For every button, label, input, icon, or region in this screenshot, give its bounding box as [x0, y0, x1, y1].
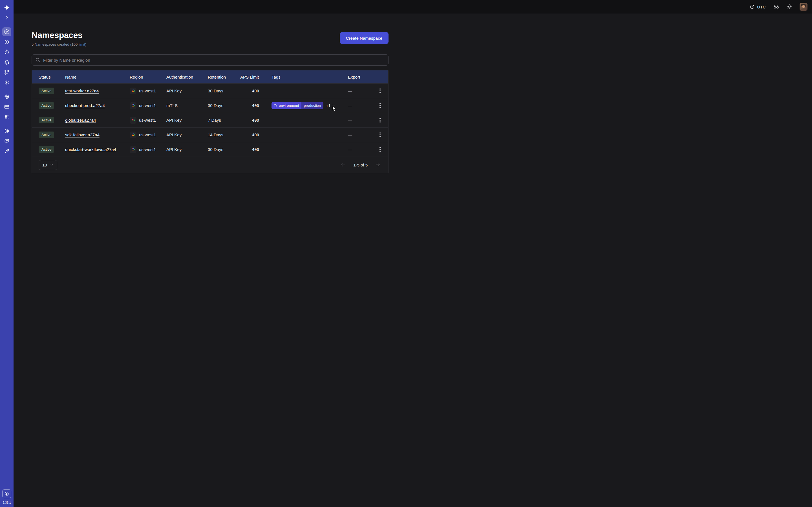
table-footer: 10 1-5 of 5 — [32, 157, 388, 173]
col-header-status: Status — [39, 75, 65, 79]
tag-key: environment — [279, 103, 299, 108]
row-actions-menu-button[interactable] — [376, 102, 384, 110]
sidebar-item-settings[interactable] — [2, 112, 11, 121]
auth-label: API Key — [166, 89, 208, 93]
col-header-region: Region — [130, 75, 166, 79]
filter-input[interactable] — [43, 58, 385, 62]
tags-overflow-toggle[interactable]: +1 — [326, 103, 336, 108]
prev-page-button[interactable] — [341, 162, 346, 168]
row-actions-menu-button[interactable] — [376, 146, 384, 154]
timer-icon — [4, 49, 10, 55]
namespaces-table: Status Name Region Authentication Retent… — [32, 70, 389, 173]
asterisk-icon — [4, 80, 10, 86]
sidebar-item-namespaces[interactable] — [2, 27, 11, 36]
region-label: us-west1 — [139, 132, 156, 137]
arrow-right-icon — [375, 162, 380, 168]
sidebar-item-docs[interactable] — [2, 136, 11, 146]
search-icon — [36, 58, 40, 62]
aps-limit-value: 400 — [240, 147, 271, 152]
status-badge: Active — [39, 102, 54, 109]
retention-label: 30 Days — [208, 89, 240, 93]
filter-bar — [32, 54, 389, 66]
status-badge: Active — [39, 146, 54, 153]
export-value: — — [348, 103, 376, 108]
table-row[interactable]: Active quickstart-workflows.a27a4 us-wes… — [32, 142, 388, 157]
gcp-icon — [130, 146, 137, 153]
topbar: UTC — [13, 0, 406, 13]
table-row[interactable]: Active sdk-failover.a27a4 us-west1 API K… — [32, 127, 388, 142]
gear-icon — [4, 114, 10, 120]
gcp-icon — [130, 102, 137, 109]
rocket-icon — [4, 149, 10, 154]
namespace-link[interactable]: checkout-prod.a27a4 — [65, 103, 105, 108]
target-icon — [4, 39, 10, 45]
namespace-link[interactable]: test-worker.a27a4 — [65, 89, 99, 93]
status-badge: Active — [39, 131, 54, 138]
page-size-value: 10 — [42, 163, 47, 167]
region-label: us-west1 — [139, 103, 156, 108]
tag-icon — [274, 104, 277, 107]
sidebar-item-schedules[interactable] — [2, 48, 11, 57]
tags-cell: environment production +1 — [271, 102, 348, 109]
status-badge: Active — [39, 88, 54, 94]
table-row[interactable]: Active globalizer.a27a4 us-west1 API Key… — [32, 113, 388, 127]
col-header-aps-limit: APS Limit — [240, 75, 271, 79]
sidebar-item-nexus[interactable] — [2, 78, 11, 87]
tag-value: production — [301, 102, 324, 109]
lifebuoy-icon — [4, 128, 10, 134]
region-label: us-west1 — [139, 118, 156, 122]
aps-limit-value: 400 — [240, 89, 271, 93]
retention-label: 14 Days — [208, 132, 240, 137]
table-row[interactable]: Active checkout-prod.a27a4 us-west1 mTLS… — [32, 98, 388, 113]
page-size-select[interactable]: 10 — [39, 160, 57, 170]
chevron-down-icon — [332, 103, 336, 108]
region-label: us-west1 — [139, 89, 156, 93]
sidebar-item-usage[interactable] — [2, 92, 11, 101]
auth-label: API Key — [166, 147, 208, 152]
namespace-link[interactable]: quickstart-workflows.a27a4 — [65, 147, 116, 152]
col-header-name: Name — [65, 75, 130, 79]
table-row[interactable]: Active test-worker.a27a4 us-west1 API Ke… — [32, 83, 388, 98]
sidebar-item-batch-operations[interactable] — [2, 68, 11, 77]
sidebar-collapse-toggle[interactable] — [2, 13, 11, 22]
aps-limit-value: 400 — [240, 133, 271, 137]
export-value: — — [348, 147, 376, 152]
auth-label: API Key — [166, 132, 208, 137]
col-header-export: Export — [348, 75, 376, 79]
chevron-down-icon — [50, 163, 54, 167]
pagination-range: 1-5 of 5 — [353, 163, 368, 167]
retention-label: 7 Days — [208, 118, 240, 122]
sidebar-item-deployments[interactable] — [2, 58, 11, 67]
col-header-retention: Retention — [208, 75, 240, 79]
layers-icon — [4, 59, 10, 65]
row-actions-menu-button[interactable] — [376, 116, 384, 124]
create-namespace-button[interactable]: Create Namespace — [340, 32, 389, 44]
sidebar-item-workflows[interactable] — [2, 38, 11, 47]
gcp-icon — [130, 88, 137, 94]
next-page-button[interactable] — [375, 162, 380, 168]
col-header-tags: Tags — [271, 75, 348, 79]
sidebar-item-billing[interactable] — [2, 102, 11, 111]
export-value: — — [348, 118, 376, 122]
row-actions-menu-button[interactable] — [376, 131, 384, 139]
page-header: Namespaces 5 Namespaces created (100 lim… — [32, 31, 389, 47]
tag-chip[interactable]: environment production — [271, 102, 323, 109]
gcp-icon — [130, 117, 137, 124]
namespace-link[interactable]: globalizer.a27a4 — [65, 118, 96, 122]
arrow-left-icon — [341, 162, 346, 168]
sidebar-item-getting-started[interactable] — [2, 147, 11, 156]
branch-icon — [4, 69, 10, 75]
namespace-link[interactable]: sdk-failover.a27a4 — [65, 132, 100, 137]
aps-limit-value: 400 — [240, 103, 271, 108]
retention-label: 30 Days — [208, 103, 240, 108]
globe-icon — [4, 94, 10, 100]
table-header-row: Status Name Region Authentication Retent… — [32, 70, 388, 83]
temporal-logo-icon[interactable] — [2, 3, 11, 12]
chevron-right-icon — [4, 15, 9, 20]
aps-limit-value: 400 — [240, 118, 271, 122]
sidebar-item-support[interactable] — [2, 126, 11, 135]
row-actions-menu-button[interactable] — [376, 87, 384, 95]
region-label: us-west1 — [139, 147, 156, 152]
cube-icon — [4, 29, 10, 35]
page-title: Namespaces — [32, 31, 86, 40]
